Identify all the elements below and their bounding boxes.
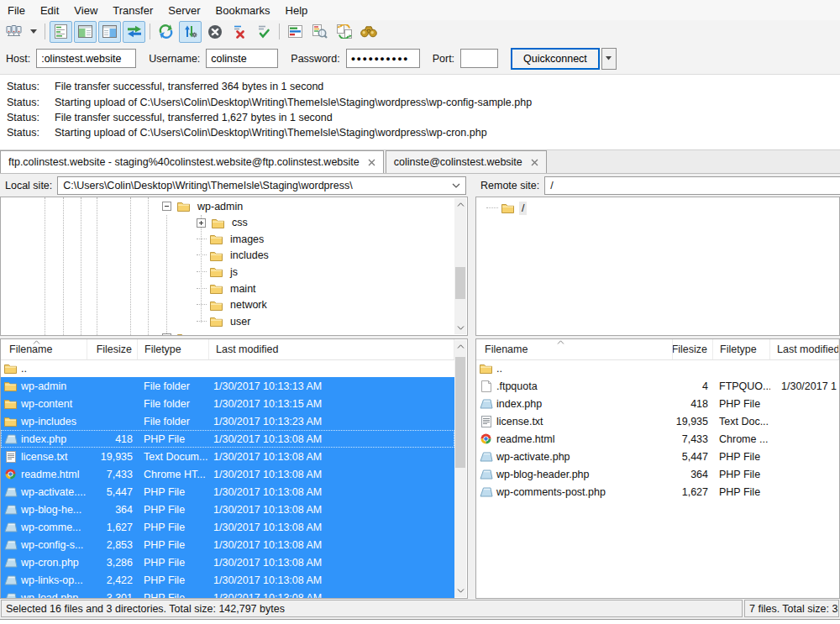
file-row-wp-activate[interactable]: wp-activate....5,447PHP File1/30/2017 10… bbox=[1, 483, 454, 501]
file-modified: 1/30/2017 10:13:08 AM bbox=[209, 522, 454, 533]
filename-cell: readme.html bbox=[1, 465, 87, 483]
file-row-wp-comments-post-php[interactable]: wp-comments-post.php1,627PHP File bbox=[476, 483, 839, 501]
file-row-ftpquota[interactable]: .ftpquota4FTPQUO...1/30/2017 1 bbox=[476, 377, 839, 395]
tree-item-wp-admin[interactable]: wp-admin bbox=[162, 198, 245, 214]
port-input[interactable] bbox=[460, 49, 498, 68]
file-row-wp-content[interactable]: wp-contentFile folder1/30/2017 10:13:15 … bbox=[1, 395, 454, 412]
close-tab-icon[interactable] bbox=[368, 159, 375, 166]
scroll-up-icon[interactable] bbox=[454, 340, 466, 353]
scroll-up-icon[interactable] bbox=[454, 198, 466, 211]
synchronized-browsing-button[interactable] bbox=[333, 21, 355, 43]
scroll-down-icon[interactable] bbox=[454, 322, 466, 334]
menu-item-help[interactable]: Help bbox=[278, 2, 316, 19]
menu-item-edit[interactable]: Edit bbox=[33, 2, 66, 19]
find-files-button[interactable] bbox=[357, 21, 380, 43]
host-input[interactable] bbox=[36, 49, 136, 68]
file-row-index-php[interactable]: index.php418PHP File bbox=[476, 395, 839, 412]
filename-cell: wp-content bbox=[1, 395, 87, 412]
tree-item-css[interactable]: css bbox=[197, 215, 250, 231]
file-row-wp-config-s[interactable]: wp-config-s...2,853PHP File1/30/2017 10:… bbox=[1, 536, 454, 553]
menu-item-file[interactable]: File bbox=[0, 2, 33, 19]
menu-item-view[interactable]: View bbox=[66, 2, 105, 19]
file-row-wp-admin[interactable]: wp-adminFile folder1/30/2017 10:13:13 AM bbox=[1, 377, 454, 395]
refresh-button[interactable] bbox=[155, 21, 177, 43]
tree-connector-line bbox=[197, 254, 207, 256]
local-tree-scrollbar[interactable] bbox=[454, 198, 466, 334]
process-queue-button[interactable] bbox=[179, 21, 202, 43]
column-header-filename[interactable]: Filename bbox=[476, 339, 673, 359]
expand-icon[interactable] bbox=[197, 218, 206, 228]
txt-icon bbox=[479, 416, 493, 427]
toggle-transfer-queue-button[interactable] bbox=[123, 21, 145, 43]
expand-icon[interactable] bbox=[162, 333, 171, 336]
tab-connection-1[interactable]: ftp.colinstest.website - staging%40colin… bbox=[0, 150, 384, 173]
disconnect-button[interactable] bbox=[228, 21, 250, 43]
directory-comparison-button[interactable] bbox=[308, 21, 331, 43]
column-header-filetype[interactable]: Filetype bbox=[138, 339, 209, 359]
file-row-wp-comme[interactable]: wp-comme...1,627PHP File1/30/2017 10:13:… bbox=[1, 518, 454, 536]
file-row-wp-load-php[interactable]: wp-load.php3,301PHP File1/30/2017 10:13:… bbox=[1, 589, 454, 598]
menu-item-bookmarks[interactable]: Bookmarks bbox=[208, 2, 278, 19]
file-row-wp-links-op[interactable]: wp-links-op...2,422PHP File1/30/2017 10:… bbox=[1, 571, 454, 589]
menu-bar: FileEditViewTransferServerBookmarksHelp bbox=[0, 0, 840, 20]
tree-item-images[interactable]: images bbox=[197, 231, 266, 247]
file-row-wp-cron-php[interactable]: wp-cron.php3,286PHP File1/30/2017 10:13:… bbox=[1, 553, 454, 571]
toggle-log-button[interactable] bbox=[50, 21, 72, 43]
quickconnect-button[interactable]: Quickconnect bbox=[511, 48, 600, 70]
column-header-last-modified[interactable]: Last modified bbox=[770, 339, 839, 359]
scrollbar-thumb[interactable] bbox=[455, 357, 465, 468]
scrollbar-thumb[interactable] bbox=[455, 267, 465, 299]
password-input[interactable] bbox=[346, 49, 420, 68]
column-header-filesize[interactable]: Filesize bbox=[87, 339, 138, 359]
tree-item-item[interactable]: / bbox=[486, 200, 527, 216]
tab-connection-2[interactable]: colinste@colinstest.website bbox=[386, 150, 547, 173]
collapse-icon[interactable] bbox=[162, 202, 171, 211]
site-manager-dropdown-button[interactable] bbox=[27, 21, 40, 43]
close-tab-icon[interactable] bbox=[531, 159, 538, 166]
file-row-index-php[interactable]: index.php418PHP File1/30/2017 10:13:08 A… bbox=[1, 430, 454, 448]
scroll-down-icon[interactable] bbox=[454, 585, 466, 597]
column-header-last-modified[interactable]: Last modified bbox=[209, 339, 454, 359]
file-row-license-txt[interactable]: license.txt19,935Text Docum...1/30/2017 … bbox=[1, 448, 454, 465]
file-row-item[interactable]: .. bbox=[1, 359, 454, 377]
log-status-label: Status: bbox=[0, 112, 55, 123]
local-list-scrollbar[interactable] bbox=[454, 340, 466, 597]
username-input[interactable] bbox=[206, 49, 278, 68]
local-site-label: Local site: bbox=[0, 180, 57, 191]
file-name: license.txt bbox=[496, 416, 543, 427]
cancel-operation-button[interactable] bbox=[203, 21, 226, 43]
file-row-wp-blog-header-php[interactable]: wp-blog-header.php364PHP File bbox=[476, 465, 839, 483]
tree-item-partial[interactable] bbox=[162, 330, 200, 336]
tree-item-includes[interactable]: includes bbox=[197, 248, 271, 264]
file-row-readme-html[interactable]: readme.html7,433Chrome ... bbox=[476, 430, 839, 448]
file-row-wp-includes[interactable]: wp-includesFile folder1/30/2017 10:13:23… bbox=[1, 412, 454, 430]
toggle-local-tree-button[interactable] bbox=[74, 21, 97, 43]
php-icon bbox=[3, 575, 18, 585]
file-row-license-txt[interactable]: license.txt19,935Text Doc... bbox=[476, 412, 839, 430]
local-site-combobox[interactable]: C:\Users\Colin\Desktop\Writing\ThemeIsle… bbox=[57, 176, 466, 195]
menu-item-transfer[interactable]: Transfer bbox=[105, 2, 160, 19]
filter-button[interactable] bbox=[284, 21, 307, 43]
chevron-down-icon[interactable] bbox=[452, 183, 460, 188]
file-size: 5,447 bbox=[673, 451, 713, 463]
file-row-wp-blog-he[interactable]: wp-blog-he...364PHP File1/30/2017 10:13:… bbox=[1, 501, 454, 518]
column-header-filesize[interactable]: Filesize bbox=[673, 339, 713, 359]
tree-item-user[interactable]: user bbox=[197, 313, 253, 329]
tree-item-maint[interactable]: maint bbox=[197, 281, 259, 296]
site-manager-button[interactable] bbox=[3, 21, 25, 43]
file-row-wp-activate-php[interactable]: wp-activate.php5,447PHP File bbox=[476, 448, 839, 465]
file-row-readme-html[interactable]: readme.html7,433Chrome HT...1/30/2017 10… bbox=[1, 465, 454, 483]
tree-item-js[interactable]: js bbox=[197, 264, 240, 280]
menu-item-server[interactable]: Server bbox=[160, 2, 207, 19]
remote-site-combobox[interactable]: / bbox=[544, 176, 840, 195]
toggle-remote-tree-button[interactable] bbox=[98, 21, 121, 43]
quickconnect-dropdown-button[interactable] bbox=[601, 48, 617, 70]
file-name: wp-config-s... bbox=[21, 539, 83, 551]
toolbar-separator bbox=[150, 24, 150, 39]
reconnect-button[interactable] bbox=[252, 21, 275, 43]
column-header-filetype[interactable]: Filetype bbox=[713, 339, 770, 359]
tree-item-network[interactable]: network bbox=[197, 297, 270, 313]
file-row-item[interactable]: .. bbox=[476, 359, 839, 377]
column-header-filename[interactable]: Filename bbox=[1, 339, 87, 359]
php-icon bbox=[3, 487, 18, 497]
